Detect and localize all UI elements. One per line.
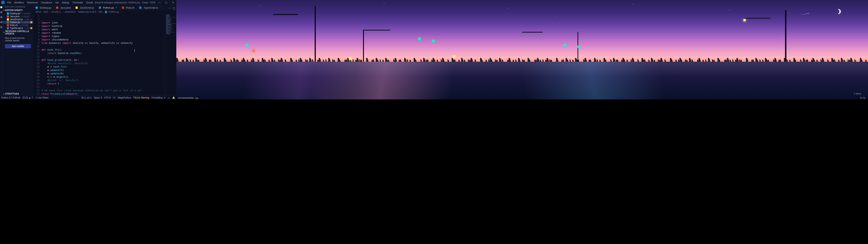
breadcrumb-segment[interactable]: dani (43, 11, 48, 13)
code-line[interactable]: return hashlib.sha256() (41, 52, 165, 55)
code-line[interactable]: class FrozenList(object): (41, 92, 165, 96)
menu-vai[interactable]: Vai (54, 1, 60, 4)
no-folder-message: Non ci sono ancora cartelle aperte. (3, 35, 33, 43)
breadcrumb-segment[interactable]: ... (121, 11, 123, 13)
menu-visualizza[interactable]: Visualizza (39, 1, 53, 4)
star (730, 10, 730, 10)
extensions-icon[interactable] (0, 26, 2, 28)
open-editor-row[interactable]: Ruby.rb ~/.vscode-oss/extensions/teab... (3, 24, 33, 27)
status-feedback-icon[interactable]: ☺ (168, 96, 170, 99)
code-line[interactable]: #print '=', hexify(t) (41, 79, 165, 82)
status-language[interactable]: MagicPython (118, 96, 131, 99)
error-count: 33 (26, 96, 28, 99)
close-icon[interactable]: ✕ (115, 6, 117, 9)
file-icon (7, 24, 9, 26)
status-tslint[interactable]: TSLint: Warning (133, 96, 149, 99)
open-folder-button[interactable]: Apri cartella (5, 44, 31, 48)
liveshare-label: Live Share (38, 96, 49, 99)
file-name: Ruby.rb (10, 24, 18, 26)
status-problems[interactable]: ✕ 33 ▲ 7 (23, 96, 33, 99)
code-line[interactable]: import random (41, 31, 165, 35)
code-line[interactable]: def hash_primitive(t, b): (41, 58, 165, 62)
editor-body[interactable]: 1234567891011121314151617181920212223242… (33, 14, 176, 96)
tab-typescript-ts[interactable]: TypeScript.ts (137, 6, 160, 10)
breadcrumb-segment[interactable]: teabyii.ayu-0.18.0 (78, 11, 96, 13)
line-number: 10 (33, 45, 39, 48)
maximize-button[interactable]: ▢ (163, 1, 169, 4)
open-editors-label: EDITOR APERTI (5, 9, 23, 11)
code-line[interactable]: import json (41, 21, 165, 24)
line-number: 15 (33, 62, 39, 65)
row-hint: 1 (31, 18, 32, 20)
code-line[interactable] (41, 55, 165, 58)
road-surface (176, 62, 868, 99)
code-line[interactable]: m = hash_fn() (41, 65, 165, 68)
code-line[interactable]: # We need this class because otherwise w… (41, 89, 165, 92)
code-line[interactable] (41, 45, 165, 48)
street-lamp (743, 19, 746, 21)
breadcrumb-segment[interactable]: test (98, 11, 102, 13)
tab-python-py[interactable]: Python.py✕ (96, 6, 120, 10)
close-button[interactable]: ✕ (169, 1, 176, 4)
outline-section[interactable]: STRUTTURA (3, 92, 33, 96)
line-number: 11 (33, 48, 39, 52)
status-bell-icon[interactable]: 🔔 (172, 96, 175, 99)
status-formatting[interactable]: Formatting: ✕ (151, 96, 165, 99)
code-line[interactable]: from binascii import hexlify as hexify, … (41, 41, 165, 45)
debug-icon[interactable] (0, 21, 2, 23)
breadcrumb-segment[interactable]: Python.py (109, 11, 119, 13)
code-line[interactable]: m.update(t) (41, 68, 165, 72)
status-indent[interactable]: Spazi: 4 (94, 96, 102, 99)
status-cursor-pos[interactable]: Ri 1, col 1 (82, 96, 92, 99)
menu-terminale[interactable]: Terminale (71, 1, 85, 4)
tab-javascript-js[interactable]: JavaScript.js (73, 6, 96, 10)
code-area[interactable]: import jsonimport hashlibimport mathimpo… (41, 14, 165, 96)
menu-guida[interactable]: Guida (85, 1, 94, 4)
menu-file[interactable]: File (6, 1, 13, 4)
minimize-button[interactable]: — (156, 1, 163, 4)
code-line[interactable]: import hashlib (41, 24, 165, 28)
tab-java-java[interactable]: Java.java (54, 6, 73, 10)
code-line[interactable]: m.update(b) (41, 72, 165, 75)
code-line[interactable]: #print hexify(t), hexify(b) (41, 62, 165, 65)
open-editor-row[interactable]: Java.java ~/.vscode-oss/extensions/tea..… (3, 15, 33, 18)
open-editor-row[interactable]: TypeScript.ts ~/.vscode-oss/extens...9 (3, 27, 33, 30)
split-editor-icon[interactable]: ◫ (173, 6, 175, 10)
search-icon[interactable] (0, 11, 2, 13)
desktop-wallpaper: ✦ alena 1553434429268.jpg 17/21 (176, 0, 868, 99)
no-folder-section[interactable]: NESSUNA CARTELLA APERTA (3, 30, 33, 35)
code-line[interactable]: return t (41, 82, 165, 85)
menu-modifica[interactable]: Modifica (13, 1, 25, 4)
code-line[interactable] (41, 85, 165, 89)
menu-bar: FileModificaSelezioneVisualizzaVaiDebugT… (6, 1, 94, 4)
chevron-right-icon: › (97, 11, 98, 13)
open-editor-row[interactable]: Python.py ~/.vscode-oss/extensions/...9 (3, 21, 33, 24)
breadcrumb-segment[interactable]: .vscode-o... (51, 11, 62, 13)
tab-golang-go[interactable]: Golang.go (33, 6, 54, 10)
menu-debug[interactable]: Debug (60, 1, 70, 4)
menu-selezione[interactable]: Selezione (26, 1, 39, 4)
breadcrumb-segment[interactable]: extensions (65, 11, 76, 13)
artist-signature: ✦ alena (853, 92, 861, 95)
status-liveshare[interactable]: ↗ Live Share (35, 96, 49, 99)
scm-icon[interactable] (0, 16, 2, 18)
open-editor-row[interactable]: Golang.go ~/.vscode-oss/extensions/tea..… (3, 12, 33, 15)
breadcrumb-segment[interactable]: home (35, 11, 41, 13)
explorer-icon[interactable] (0, 6, 2, 8)
code-line[interactable]: def hash_fn(): (41, 48, 165, 52)
status-eol[interactable]: LF (113, 96, 116, 99)
breadcrumbs[interactable]: home›dani›.vscode-o...›extensions›teabyi… (33, 10, 176, 14)
line-number: 2 (33, 18, 39, 21)
status-python[interactable]: Python 3.7.4 64-bit (1, 96, 20, 99)
open-editors-section[interactable]: EDITOR APERTI (3, 8, 33, 12)
open-editors-list: Golang.go ~/.vscode-oss/extensions/tea..… (3, 12, 33, 30)
tab-ruby-rb[interactable]: Ruby.rb (120, 6, 137, 10)
code-line[interactable]: t = m.digest() (41, 75, 165, 79)
open-editor-row[interactable]: JavaScript.js ~/.vscode-oss/extensions/.… (3, 18, 33, 21)
code-line[interactable]: import math (41, 28, 165, 31)
more-icon[interactable]: ⋯ (168, 6, 171, 10)
minimap[interactable] (165, 14, 176, 96)
status-encoding[interactable]: UTF-8 (104, 96, 111, 99)
code-line[interactable]: import types (41, 35, 165, 38)
code-line[interactable]: import unicodedata (41, 38, 165, 41)
